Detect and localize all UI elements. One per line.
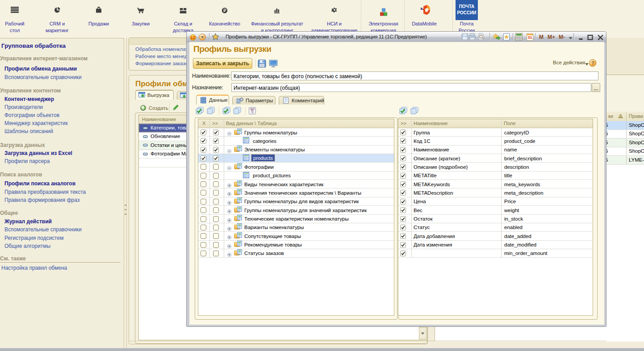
svg-text:1С: 1С — [191, 35, 196, 40]
svg-text:31: 31 — [527, 35, 532, 40]
svg-text:?: ? — [591, 60, 594, 66]
